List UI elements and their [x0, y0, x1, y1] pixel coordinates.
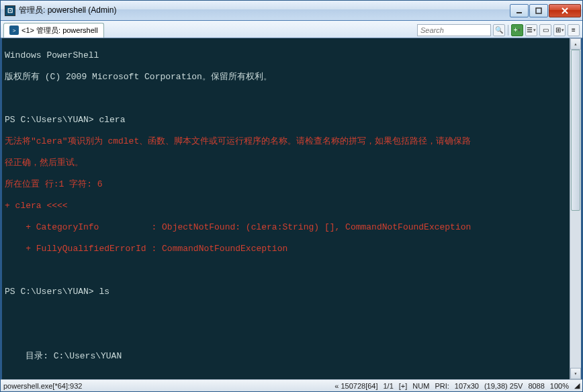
chevron-down-icon: ▾ — [518, 28, 521, 33]
terminal-blank — [5, 265, 578, 276]
status-item: 8088 — [528, 382, 544, 390]
status-item: PRI: — [435, 382, 449, 390]
maximize-icon — [535, 7, 542, 14]
close-icon — [561, 7, 569, 14]
windows-button[interactable]: ▭ — [539, 24, 551, 36]
gear-icon: ☰ — [527, 26, 533, 34]
terminal-error: 无法将"clera"项识别为 cmdlet、函数、脚本文件或可运行程序的名称。请… — [5, 136, 578, 147]
status-item: « 150728[64] — [334, 382, 377, 390]
terminal-error: 所在位置 行:1 字符: 6 — [5, 179, 578, 190]
chevron-down-icon: ▾ — [533, 28, 536, 33]
status-item: 100% — [550, 382, 569, 390]
terminal-prompt: PS C:\Users\YUAN> clera — [5, 115, 578, 126]
terminal-error: 径正确，然后重试。 — [5, 158, 578, 168]
scroll-down-button[interactable]: ▾ — [570, 368, 581, 379]
tabbar: > <1> 管理员: powershell 🔍 +▾ ☰▾ ▭ ⊞▾ ≡ — [1, 21, 582, 38]
terminal-line: 版权所有 (C) 2009 Microsoft Corporation。保留所有… — [5, 72, 578, 83]
search-input[interactable] — [417, 24, 491, 36]
statusbar: powershell.exe[*64]:932 « 150728[64] 1/1… — [1, 379, 582, 391]
scroll-thumb[interactable] — [571, 50, 580, 211]
status-item: [+] — [399, 382, 408, 390]
terminal-blank — [5, 308, 578, 319]
terminal-error: + CategoryInfo : ObjectNotFound: (clera:… — [5, 222, 578, 233]
chevron-up-icon: ▴ — [574, 39, 578, 50]
terminal-error: + FullyQualifiedErrorId : CommandNotFoun… — [5, 244, 578, 254]
terminal-blank — [5, 330, 578, 340]
add-button[interactable]: +▾ — [511, 24, 523, 36]
svg-rect-1 — [536, 8, 541, 13]
terminal-dirline: 目录: C:\Users\YUAN — [5, 351, 578, 362]
vertical-scrollbar[interactable]: ▴ ▾ — [570, 38, 581, 379]
terminal-blank — [5, 93, 578, 104]
titlebar[interactable]: ⊡ 管理员: powershell (Admin) — [1, 1, 582, 21]
scroll-up-button[interactable]: ▴ — [570, 38, 581, 50]
resize-grip-icon[interactable]: ◢ — [574, 381, 580, 390]
chevron-down-icon: ▾ — [562, 28, 564, 33]
terminal-error: + clera <<<< — [5, 201, 578, 211]
separator — [508, 25, 508, 36]
window-title: 管理员: powershell (Admin) — [19, 5, 509, 16]
status-process: powershell.exe[*64]:932 — [3, 382, 82, 390]
terminal-line: Windows PowerShell — [5, 50, 578, 61]
tab-label: <1> 管理员: powershell — [21, 26, 98, 36]
plus-icon: + — [514, 26, 518, 34]
terminal-blank — [5, 373, 578, 379]
minimize-button[interactable] — [510, 4, 529, 17]
terminal[interactable]: Windows PowerShell 版权所有 (C) 2009 Microso… — [1, 38, 582, 379]
close-button[interactable] — [549, 4, 581, 17]
app-icon: ⊡ — [5, 5, 15, 16]
chevron-down-icon: ▾ — [574, 369, 578, 379]
scroll-track[interactable] — [570, 50, 581, 368]
svg-rect-0 — [517, 12, 522, 13]
search-button[interactable]: 🔍 — [493, 24, 505, 36]
terminal-prompt: PS C:\Users\YUAN> ls — [5, 287, 578, 297]
tab-powershell[interactable]: > <1> 管理员: powershell — [3, 23, 104, 38]
maximize-button[interactable] — [529, 4, 548, 17]
minimize-icon — [516, 7, 523, 14]
menu-icon: ≡ — [572, 26, 576, 34]
status-item: 107x30 — [455, 382, 479, 390]
status-item: 1/1 — [383, 382, 393, 390]
powershell-icon: > — [9, 26, 19, 35]
settings-button[interactable]: ☰▾ — [525, 24, 537, 36]
status-item: NUM — [412, 382, 429, 390]
search-icon: 🔍 — [495, 26, 503, 34]
layout-button[interactable]: ⊞▾ — [553, 24, 566, 36]
windows-icon: ▭ — [543, 26, 549, 34]
menu-button[interactable]: ≡ — [568, 24, 580, 36]
status-item: (19,38) 25V — [484, 382, 523, 390]
layout-icon: ⊞ — [555, 26, 561, 34]
